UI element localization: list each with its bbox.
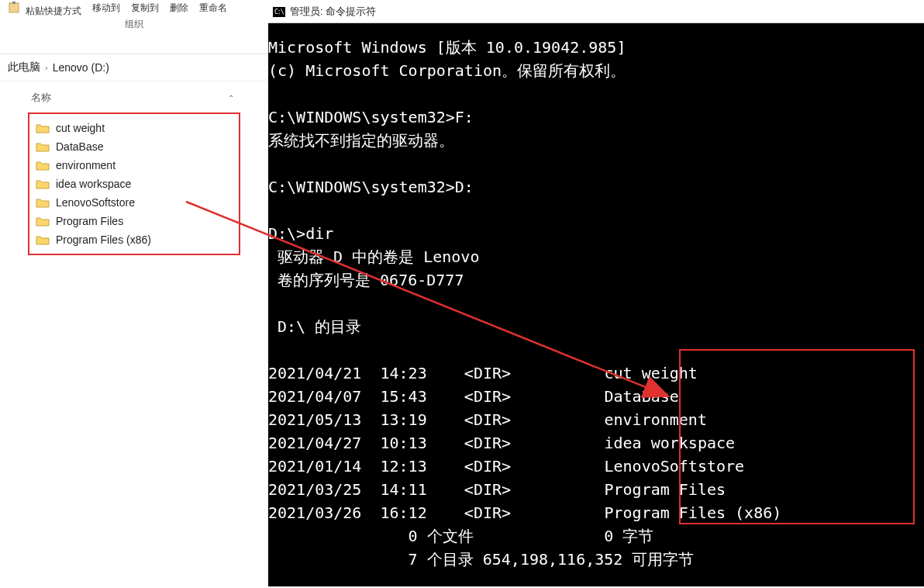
folder-row[interactable]: DataBase (36, 137, 233, 156)
ribbon-label: 删除 (170, 2, 188, 13)
folder-icon (36, 197, 50, 208)
ribbon-toolbar: 粘贴快捷方式 移动到 复制到 删除 重命名 组织 (0, 0, 268, 54)
breadcrumb-segment[interactable]: 此电脑 (8, 61, 40, 74)
folder-name: cut weight (56, 122, 105, 134)
folder-row[interactable]: idea workspace (36, 175, 233, 193)
folders-highlight-box: cut weight DataBase environment idea wor… (28, 112, 240, 255)
file-explorer-panel: 粘贴快捷方式 移动到 复制到 删除 重命名 组织 此电脑 › Lenovo (D… (0, 0, 268, 588)
ribbon-label: 粘贴快捷方式 (26, 5, 81, 16)
folder-name: environment (56, 159, 116, 171)
ribbon-rename[interactable]: 重命名 (195, 2, 232, 15)
folder-row[interactable]: LenovoSoftstore (36, 193, 233, 212)
paste-icon (8, 2, 23, 14)
folder-row[interactable]: Program Files (36, 212, 233, 230)
folder-row[interactable]: Program Files (x86) (36, 230, 233, 249)
folder-icon (36, 141, 50, 152)
cmd-output[interactable]: Microsoft Windows [版本 10.0.19042.985] (c… (268, 23, 924, 571)
folder-name: Program Files (56, 215, 123, 227)
ribbon-label: 重命名 (199, 2, 227, 13)
ribbon-group-label: 组织 (125, 18, 143, 31)
ribbon-paste-shortcut[interactable]: 粘贴快捷方式 (3, 2, 86, 18)
cmd-window: C:\ 管理员: 命令提示符 Microsoft Windows [版本 10.… (268, 2, 924, 586)
folder-row[interactable]: environment (36, 156, 233, 175)
svg-rect-1 (12, 2, 16, 4)
cmd-titlebar[interactable]: C:\ 管理员: 命令提示符 (268, 2, 924, 23)
ribbon-label: 移动到 (92, 2, 120, 13)
file-list: 名称 ⌃ cut weight DataBase environment ide… (0, 81, 268, 266)
folder-icon (36, 123, 50, 133)
folder-name: LenovoSoftstore (56, 196, 135, 209)
folder-icon (36, 234, 50, 245)
breadcrumb[interactable]: 此电脑 › Lenovo (D:) (0, 54, 268, 81)
folder-name: DataBase (56, 140, 103, 153)
folder-row[interactable]: cut weight (36, 119, 233, 137)
folder-icon (36, 216, 50, 227)
folder-name: Program Files (x86) (56, 233, 151, 246)
chevron-right-icon: › (45, 63, 48, 72)
folder-name: idea workspace (56, 178, 131, 190)
breadcrumb-segment[interactable]: Lenovo (D:) (53, 61, 109, 74)
ribbon-label: 复制到 (131, 2, 159, 13)
ribbon-move-to[interactable]: 移动到 (88, 2, 125, 15)
ribbon-copy-to[interactable]: 复制到 (126, 2, 164, 15)
cmd-icon: C:\ (273, 7, 285, 17)
svg-rect-0 (9, 3, 19, 12)
column-header-name[interactable]: 名称 (31, 91, 51, 105)
cmd-title-text: 管理员: 命令提示符 (290, 5, 376, 19)
column-header-row[interactable]: 名称 ⌃ (0, 88, 268, 108)
folder-icon (36, 160, 50, 171)
folder-icon (36, 178, 50, 189)
chevron-up-icon: ⌃ (228, 94, 234, 102)
ribbon-delete[interactable]: 删除 (165, 2, 193, 15)
